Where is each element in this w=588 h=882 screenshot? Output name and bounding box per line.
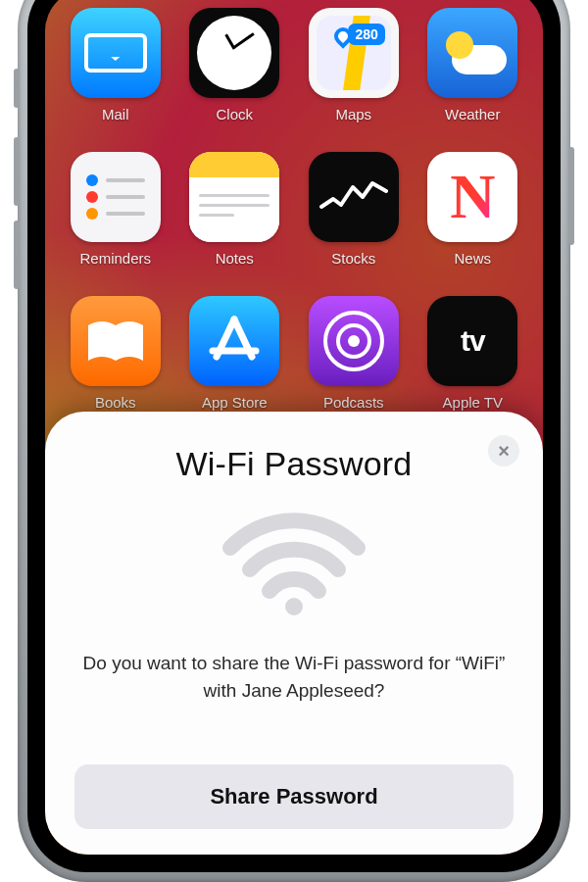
- app-stocks[interactable]: Stocks: [303, 152, 405, 267]
- app-notes[interactable]: Notes: [184, 152, 286, 267]
- app-label: Reminders: [79, 250, 151, 267]
- volume-down-button[interactable]: [14, 220, 20, 289]
- maps-badge: 280: [348, 24, 384, 45]
- app-maps[interactable]: 280 Maps: [303, 8, 405, 122]
- phone-frame: Mail Clock 280 Maps: [18, 0, 570, 882]
- app-news[interactable]: N News: [422, 152, 524, 267]
- volume-up-button[interactable]: [14, 137, 20, 206]
- side-button[interactable]: [568, 147, 574, 245]
- app-label: Books: [95, 394, 136, 411]
- app-label: News: [454, 250, 491, 267]
- app-label: Mail: [102, 106, 129, 122]
- reminders-icon: [71, 152, 161, 242]
- notes-icon: [189, 152, 279, 242]
- close-button[interactable]: ×: [488, 435, 519, 466]
- app-appstore[interactable]: App Store: [184, 296, 286, 411]
- tv-icon: tv: [427, 296, 517, 386]
- maps-icon: 280: [309, 8, 399, 98]
- app-podcasts[interactable]: Podcasts: [303, 296, 405, 411]
- mail-icon: [71, 8, 161, 98]
- close-icon: ×: [498, 440, 510, 463]
- books-icon: [71, 296, 161, 386]
- app-label: App Store: [202, 394, 268, 411]
- home-screen: Mail Clock 280 Maps: [45, 0, 543, 855]
- app-label: Stocks: [331, 250, 375, 267]
- wifi-share-sheet: × Wi-Fi Password Do you want to share th…: [45, 412, 543, 855]
- clock-icon: [189, 8, 279, 98]
- app-reminders[interactable]: Reminders: [65, 152, 167, 267]
- app-label: Clock: [216, 106, 253, 122]
- app-label: Apple TV: [443, 394, 503, 411]
- app-label: Notes: [216, 250, 254, 267]
- sheet-title: Wi-Fi Password: [176, 445, 413, 483]
- stocks-icon: [309, 152, 399, 242]
- news-icon: N: [427, 152, 517, 242]
- phone-bezel: Mail Clock 280 Maps: [27, 0, 561, 872]
- app-label: Maps: [335, 106, 371, 122]
- appstore-icon: [189, 296, 279, 386]
- app-grid: Mail Clock 280 Maps: [45, 8, 543, 411]
- app-books[interactable]: Books: [65, 296, 167, 411]
- app-mail[interactable]: Mail: [65, 8, 167, 122]
- podcasts-icon: [309, 296, 399, 386]
- svg-point-3: [285, 598, 303, 615]
- app-weather[interactable]: Weather: [422, 8, 524, 122]
- weather-icon: [427, 8, 517, 98]
- sheet-message: Do you want to share the Wi-Fi password …: [74, 650, 514, 704]
- app-clock[interactable]: Clock: [184, 8, 286, 122]
- wifi-icon: [220, 509, 368, 620]
- app-label: Weather: [445, 106, 500, 122]
- app-tv[interactable]: tv Apple TV: [422, 296, 524, 411]
- app-label: Podcasts: [323, 394, 384, 411]
- mute-switch[interactable]: [14, 69, 20, 108]
- share-password-button[interactable]: Share Password: [74, 764, 514, 829]
